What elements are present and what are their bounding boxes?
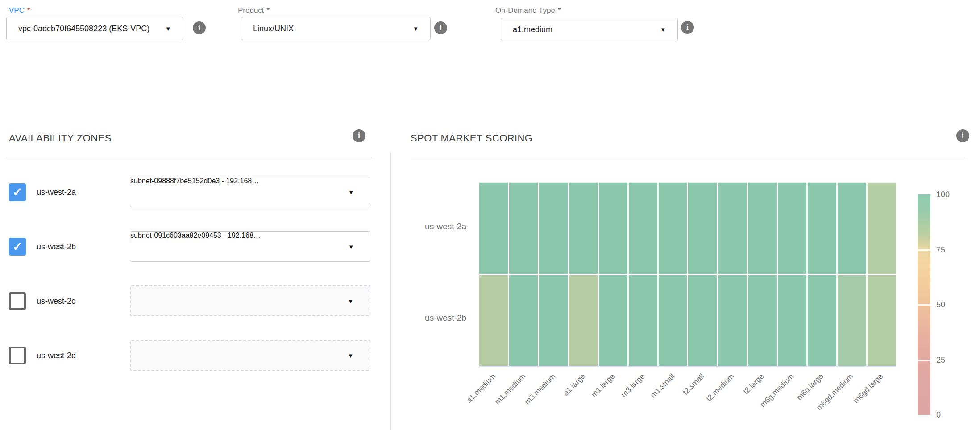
heatmap-cell-us-west-2b-t2.small[interactable]: [688, 275, 717, 366]
heatmap-cell-us-west-2b-m3.large[interactable]: [629, 275, 657, 366]
heatmap-row-label-us-west-2b: us-west-2b: [361, 313, 466, 324]
subnet-select-us-west-2c[interactable]: ▼: [130, 285, 370, 316]
checkbox-us-west-2c[interactable]: [9, 292, 26, 310]
spot-market-scoring-info-icon[interactable]: i: [956, 129, 969, 142]
vpc-select[interactable]: vpc-0adcb70f645508223 (EKS-VPC) ▼: [6, 17, 183, 40]
availability-zones-info-icon[interactable]: i: [353, 129, 365, 142]
spot-market-config-page: VPC* vpc-0adcb70f645508223 (EKS-VPC) ▼ i…: [0, 0, 980, 430]
colorbar-label-50: 50: [936, 300, 945, 310]
vpc-label: VPC*: [9, 6, 30, 15]
availability-zones-divider: [6, 157, 372, 157]
colorbar-label-0: 0: [936, 410, 941, 420]
product-info-icon[interactable]: i: [434, 21, 447, 34]
vpc-label-text: VPC: [9, 6, 25, 15]
heatmap-col-label-a1.medium: a1.medium: [432, 372, 498, 430]
chevron-down-icon: ▼: [348, 298, 353, 304]
heatmap-cell-us-west-2b-m3.medium[interactable]: [539, 275, 568, 366]
heatmap-cell-us-west-2b-m1.small[interactable]: [659, 275, 687, 366]
required-asterisk: *: [27, 6, 30, 15]
spot-market-scoring-title: SPOT MARKET SCORING: [411, 132, 532, 144]
az-row-us-west-2b: ✓us-west-2bsubnet-091c603aa82e09453 - 19…: [9, 231, 379, 262]
heatmap-cell-us-west-2b-m1.medium[interactable]: [509, 275, 538, 366]
chevron-down-icon: ▼: [348, 244, 354, 249]
heatmap-cell-us-west-2a-m6g.medium[interactable]: [778, 183, 806, 274]
heatmap-cell-us-west-2a-t2.small[interactable]: [688, 183, 717, 274]
required-asterisk: *: [558, 6, 561, 15]
heatmap-cell-us-west-2b-a1.medium[interactable]: [479, 275, 508, 366]
info-glyph: i: [686, 23, 689, 32]
colorbar-label-100: 100: [936, 190, 950, 199]
score-colorbar: [918, 194, 930, 415]
heatmap-cell-us-west-2a-m1.large[interactable]: [599, 183, 627, 274]
heatmap-cell-us-west-2a-t2.medium[interactable]: [718, 183, 747, 274]
zone-label-us-west-2d: us-west-2d: [37, 351, 76, 360]
az-row-us-west-2c: us-west-2c▼: [9, 285, 379, 316]
subnet-select-value: subnet-091c603aa82e09453 - 192.168…: [130, 232, 261, 239]
chevron-down-icon: ▼: [660, 27, 666, 33]
heatmap-cell-us-west-2b-m1.large[interactable]: [599, 275, 627, 366]
section-vertical-divider: [390, 152, 391, 430]
subnet-select-us-west-2a[interactable]: subnet-09888f7be5152d0e3 - 192.168…▼: [130, 177, 370, 207]
product-select-value: Linux/UNIX: [253, 24, 294, 33]
subnet-select-us-west-2b[interactable]: subnet-091c603aa82e09453 - 192.168…▼: [130, 231, 370, 262]
colorbar-label-25: 25: [936, 355, 945, 364]
on-demand-type-select-value: a1.medium: [513, 25, 552, 34]
heatmap-cell-us-west-2a-m1.small[interactable]: [659, 183, 687, 274]
chevron-down-icon: ▼: [348, 189, 354, 195]
availability-zones-title: AVAILABILITY ZONES: [9, 132, 112, 144]
vpc-select-value: vpc-0adcb70f645508223 (EKS-VPC): [18, 24, 149, 33]
zone-label-us-west-2a: us-west-2a: [37, 187, 76, 197]
heatmap-cell-us-west-2b-m6gd.medium[interactable]: [838, 275, 866, 366]
heatmap-cell-us-west-2a-m6gd.large[interactable]: [868, 183, 896, 274]
required-asterisk: *: [267, 6, 270, 15]
product-label-text: Product: [238, 6, 264, 15]
heatmap-cell-us-west-2a-a1.medium[interactable]: [479, 183, 508, 274]
heatmap-cell-us-west-2a-m3.medium[interactable]: [539, 183, 568, 274]
colorbar-label-75: 75: [936, 245, 945, 254]
heatmap-cell-us-west-2b-m6gd.large[interactable]: [868, 275, 896, 366]
on-demand-type-info-icon[interactable]: i: [681, 21, 694, 34]
on-demand-type-label-text: On-Demand Type: [495, 6, 555, 15]
spot-scoring-heatmap: [479, 182, 896, 367]
checkbox-us-west-2a[interactable]: ✓: [9, 183, 26, 201]
info-glyph: i: [962, 131, 964, 141]
heatmap-cell-us-west-2b-t2.medium[interactable]: [718, 275, 747, 366]
heatmap-cell-us-west-2a-m1.medium[interactable]: [509, 183, 538, 274]
subnet-select-us-west-2d[interactable]: ▼: [130, 340, 370, 371]
heatmap-cell-us-west-2a-a1.large[interactable]: [569, 183, 598, 274]
spot-market-scoring-divider: [411, 157, 965, 157]
az-row-us-west-2d: us-west-2d▼: [9, 340, 379, 371]
info-glyph: i: [198, 23, 200, 33]
product-label: Product*: [238, 6, 270, 15]
info-glyph: i: [440, 23, 442, 33]
heatmap-cell-us-west-2a-t2.large[interactable]: [748, 183, 777, 274]
heatmap-cell-us-west-2b-m6g.medium[interactable]: [778, 275, 806, 366]
heatmap-cell-us-west-2a-m3.large[interactable]: [629, 183, 657, 274]
heatmap-cell-us-west-2b-m6g.large[interactable]: [808, 275, 836, 366]
colorbar-tick-25: [918, 360, 930, 361]
heatmap-row-label-us-west-2a: us-west-2a: [361, 222, 466, 232]
az-row-us-west-2a: ✓us-west-2asubnet-09888f7be5152d0e3 - 19…: [9, 177, 379, 207]
colorbar-tick-50: [918, 304, 930, 306]
heatmap-cell-us-west-2a-m6g.large[interactable]: [808, 183, 836, 274]
checkbox-us-west-2b[interactable]: ✓: [9, 238, 26, 256]
heatmap-cell-us-west-2b-t2.large[interactable]: [748, 275, 777, 366]
zone-label-us-west-2c: us-west-2c: [37, 296, 75, 306]
vpc-info-icon[interactable]: i: [193, 21, 206, 34]
checkbox-us-west-2d[interactable]: [9, 347, 26, 364]
colorbar-tick-75: [918, 249, 930, 251]
product-select[interactable]: Linux/UNIX ▼: [241, 17, 431, 40]
heatmap-cell-us-west-2a-m6gd.medium[interactable]: [838, 183, 866, 274]
heatmap-cell-us-west-2b-a1.large[interactable]: [569, 275, 598, 366]
on-demand-type-select[interactable]: a1.medium ▼: [501, 18, 678, 41]
chevron-down-icon: ▼: [348, 352, 353, 358]
chevron-down-icon: ▼: [165, 26, 171, 32]
zone-label-us-west-2b: us-west-2b: [37, 242, 76, 251]
chevron-down-icon: ▼: [413, 26, 419, 32]
subnet-select-value: subnet-09888f7be5152d0e3 - 192.168…: [130, 177, 259, 185]
on-demand-type-label: On-Demand Type*: [495, 6, 561, 15]
info-glyph: i: [358, 131, 360, 141]
